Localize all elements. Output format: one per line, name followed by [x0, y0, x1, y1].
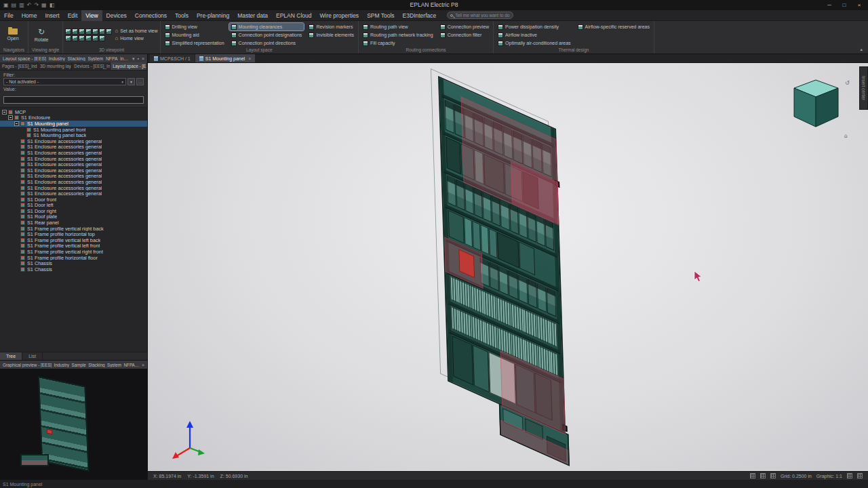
open-button[interactable]: Open [2, 22, 24, 47]
minimize-button[interactable]: ─ [822, 0, 837, 10]
tree-item-s1-enclosure-accessories-general[interactable]: S1 Enclosure accessories general [0, 190, 147, 197]
view-direction-icon[interactable] [79, 35, 85, 41]
collapse-icon[interactable] [2, 110, 7, 115]
save-icon[interactable]: ◧ [50, 3, 55, 8]
3d-viewport[interactable]: ↺ ⌂ Insert center [148, 63, 868, 471]
view-direction-icon[interactable] [99, 28, 105, 35]
toggle-invisible-elements[interactable]: Invisible elements [307, 31, 356, 39]
tree-item-s1-enclosure-accessories-general[interactable]: S1 Enclosure accessories general [0, 156, 147, 162]
view-direction-icon[interactable] [72, 35, 78, 41]
toggle-airflow-inactive[interactable]: Airflow inactive [496, 31, 573, 39]
tree-item-s1-mounting-panel[interactable]: S1 Mounting panel [0, 121, 147, 127]
value-input[interactable] [3, 96, 144, 104]
print-icon[interactable]: ▦ [41, 3, 47, 8]
tree-item-s1-door-front[interactable]: S1 Door front [0, 197, 147, 203]
redo-icon[interactable]: ↷ [34, 3, 39, 8]
toggle-mounting-aid[interactable]: Mounting aid [163, 31, 226, 39]
view-direction-icon[interactable] [65, 28, 71, 35]
view-direction-icon[interactable] [65, 35, 71, 41]
toggle-connection-point-directions[interactable]: Connection point directions [229, 39, 304, 47]
toggle-routing-path-view[interactable]: Routing path view [361, 23, 435, 30]
filter-dropdown-button[interactable]: ▾ [127, 78, 135, 85]
tree-item-s1-door-left[interactable]: S1 Door left [0, 203, 147, 209]
tree-item-s1-enclosure-accessories-general[interactable]: S1 Enclosure accessories general [0, 167, 147, 174]
menu-connections[interactable]: Connections [131, 10, 171, 21]
toggle-power-dissipation-density[interactable]: Power dissipation density [496, 23, 573, 30]
toggle-fill-capacity[interactable]: Fill capacity [361, 39, 435, 47]
set-home-view-button[interactable]: ⌂ Set as home view [115, 28, 157, 34]
toggle-mounting-clearances[interactable]: Mounting clearances [229, 23, 304, 30]
menu-e3dinterface[interactable]: E3DInterface [399, 10, 441, 21]
navigator-pin-icon[interactable]: ▪ [137, 56, 138, 61]
tree-item-s1-frame-profile-horizontal-top[interactable]: S1 Frame profile horizontal top [0, 231, 147, 237]
zoom-icon[interactable] [847, 473, 852, 479]
cube-rotate-icon[interactable]: ↺ [845, 80, 850, 86]
snap-icon[interactable] [750, 473, 755, 479]
collapse-icon[interactable] [14, 121, 19, 126]
tab-close-icon[interactable]: × [247, 56, 251, 61]
menu-tools[interactable]: Tools [171, 10, 193, 21]
view-direction-icon[interactable] [85, 35, 92, 41]
tree-item-s1-door-right[interactable]: S1 Door right [0, 208, 147, 214]
navigator-dropdown-icon[interactable]: ▾ [132, 56, 135, 61]
tree-view-tab-list[interactable]: List [22, 352, 43, 360]
navigator-tab-layout-space-e[interactable]: Layout space - [E... [111, 62, 147, 70]
search-box[interactable] [447, 12, 513, 19]
tree-item-s1-enclosure-accessories-general[interactable]: S1 Enclosure accessories general [0, 150, 147, 156]
view-direction-icon[interactable] [79, 28, 85, 35]
ribbon-collapse-icon[interactable]: ▴ [854, 45, 868, 54]
toggle-connection-filter[interactable]: Connection filter [438, 31, 491, 39]
close-button[interactable]: × [852, 0, 867, 10]
tree-item-s1-enclosure-accessories-general[interactable]: S1 Enclosure accessories general [0, 144, 147, 150]
menu-edit[interactable]: Edit [64, 10, 82, 21]
tree-item-s1-enclosure-accessories-general[interactable]: S1 Enclosure accessories general [0, 138, 147, 144]
navigator-tab-pages-ees-ind[interactable]: Pages - [EES]_Ind... [0, 62, 38, 70]
toggle-optimally-air-conditioned-areas[interactable]: Optimally air-conditioned areas [496, 39, 573, 47]
menu-devices[interactable]: Devices [102, 10, 131, 21]
tree-item-s1-frame-profile-horizontal-floor[interactable]: S1 Frame profile horizontal floor [0, 255, 147, 261]
document-tab-mcp-sch-1[interactable]: MCP&SCH / 1 [150, 54, 195, 62]
navigator-close-icon[interactable]: × [142, 56, 144, 61]
navigation-cube[interactable]: ↺ ⌂ [778, 70, 860, 140]
grid-display-icon[interactable] [760, 473, 766, 479]
view-direction-icon[interactable] [92, 28, 98, 35]
tree-item-mcp[interactable]: MCP [0, 109, 147, 115]
tree-item-s1-enclosure-accessories-general[interactable]: S1 Enclosure accessories general [0, 179, 147, 185]
home-view-button[interactable]: ⌂ Home view [115, 36, 157, 41]
tree-item-s1-roof-plate[interactable]: S1 Roof plate [0, 214, 147, 220]
document-tab-s1-mounting-panel[interactable]: S1 Mounting panel× [195, 54, 255, 62]
menu-home[interactable]: Home [18, 10, 41, 21]
navigator-tab-3d-mounting-lay[interactable]: 3D mounting lay... [38, 62, 72, 70]
tree-item-s1-enclosure-accessories-general[interactable]: S1 Enclosure accessories general [0, 185, 147, 191]
toggle-drilling-view[interactable]: Drilling view [163, 23, 226, 30]
tree-item-s1-frame-profile-vertical-left-back[interactable]: S1 Frame profile vertical left back [0, 237, 147, 243]
tree-item-s1-chassis[interactable]: S1 Chassis [0, 266, 147, 272]
tree-item-s1-frame-profile-vertical-right-front[interactable]: S1 Frame profile vertical right front [0, 249, 147, 255]
ortho-icon[interactable] [770, 473, 776, 479]
menu-file[interactable]: File [0, 10, 18, 21]
rotate-button[interactable]: ↻ Rotate [31, 22, 52, 47]
navigator-tab-devices-ees-in[interactable]: Devices - [EES]_In... [72, 62, 111, 70]
menu-insert[interactable]: Insert [41, 10, 63, 21]
menu-eplan-cloud[interactable]: EPLAN Cloud [272, 10, 315, 21]
view-direction-icon[interactable] [72, 28, 78, 35]
tree-item-s1-enclosure-accessories-general[interactable]: S1 Enclosure accessories general [0, 174, 147, 180]
insert-center-tab[interactable]: Insert center [859, 66, 868, 110]
view-direction-icon[interactable] [99, 35, 105, 41]
menu-spm-tools[interactable]: SPM Tools [363, 10, 398, 21]
cube-home-icon[interactable]: ⌂ [844, 133, 848, 139]
tree-item-s1-frame-profile-vertical-left-front[interactable]: S1 Frame profile vertical left front [0, 243, 147, 249]
tree-item-s1-enclosure[interactable]: S1 Enclosure [0, 115, 147, 121]
tree-item-s1-chassis[interactable]: S1 Chassis [0, 260, 147, 266]
tree-item-s1-enclosure-accessories-general[interactable]: S1 Enclosure accessories general [0, 161, 147, 167]
view-direction-icon[interactable] [106, 28, 112, 35]
menu-master-data[interactable]: Master data [233, 10, 272, 21]
tree-view-tab-tree[interactable]: Tree [0, 352, 22, 360]
page-icon[interactable]: ▤ [12, 3, 17, 8]
preview-close-icon[interactable]: × [142, 363, 144, 367]
toggle-connection-preview[interactable]: Connection preview [438, 23, 491, 30]
search-input[interactable] [455, 13, 510, 18]
mounting-panel-3d[interactable] [438, 76, 566, 434]
filter-select[interactable]: - Not activated - ▾ [3, 78, 126, 85]
menu-wire-properties[interactable]: Wire properties [315, 10, 363, 21]
